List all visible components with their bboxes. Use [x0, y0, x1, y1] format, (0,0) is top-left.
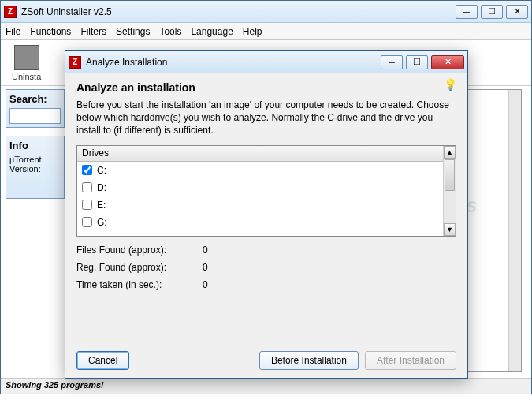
drive-row-c[interactable]: C:: [77, 162, 443, 179]
stat-reg: Reg. Found (approx): 0: [76, 262, 456, 273]
menu-functions[interactable]: Functions: [30, 26, 71, 37]
search-input[interactable]: [9, 108, 61, 124]
left-panel: Search: Info µTorrent Version:: [6, 89, 65, 207]
menu-filters[interactable]: Filters: [80, 26, 106, 37]
main-titlebar: Z ZSoft Uninstaller v2.5 ─ ☐ ✕: [1, 1, 531, 23]
stats-area: Files Found (approx): 0 Reg. Found (appr…: [76, 245, 456, 290]
scroll-up-arrow[interactable]: ▲: [444, 146, 456, 159]
dialog-minimize-button[interactable]: ─: [381, 55, 403, 69]
info-line2: Version:: [9, 164, 61, 174]
main-scrollbar[interactable]: [508, 90, 521, 371]
statusbar: Showing 325 programs!: [1, 378, 531, 394]
scroll-thumb[interactable]: [445, 159, 455, 191]
dialog-close-button[interactable]: ✕: [431, 55, 464, 69]
drives-listbox: Drives C: D: E: G:: [76, 145, 456, 237]
main-title: ZSoft Uninstaller v2.5: [21, 6, 456, 17]
toolbar-uninstall-label: Uninsta: [12, 72, 41, 81]
close-button[interactable]: ✕: [506, 5, 528, 19]
drive-checkbox-g[interactable]: [82, 217, 92, 227]
info-title: Info: [9, 140, 61, 151]
stat-time-label: Time taken (in sec.):: [76, 279, 203, 290]
dialog-heading: Analyze an installation: [76, 81, 456, 94]
dialog-app-icon: Z: [69, 56, 81, 69]
drive-row-d[interactable]: D:: [77, 179, 443, 196]
drive-row-g[interactable]: G:: [77, 214, 443, 231]
drive-checkbox-d[interactable]: [82, 182, 92, 192]
analyze-dialog: Z Analyze Installation ─ ☐ ✕ Analyze an …: [65, 50, 468, 379]
lightbulb-icon: [444, 78, 458, 92]
info-line1: µTorrent: [9, 155, 61, 164]
search-panel: Search:: [6, 89, 65, 128]
drive-checkbox-c[interactable]: [82, 165, 92, 175]
dialog-body: Analyze an installation Before you start…: [65, 73, 467, 378]
drives-scrollbar[interactable]: ▲ ▼: [443, 146, 456, 236]
before-installation-button[interactable]: Before Installation: [259, 351, 359, 370]
info-panel: Info µTorrent Version:: [6, 136, 65, 199]
menu-file[interactable]: File: [6, 26, 20, 37]
menu-settings[interactable]: Settings: [116, 26, 150, 37]
drive-label: D:: [97, 182, 106, 193]
stat-time: Time taken (in sec.): 0: [76, 279, 456, 290]
stat-reg-label: Reg. Found (approx):: [76, 262, 203, 273]
stat-reg-value: 0: [203, 262, 226, 273]
drive-label: C:: [97, 165, 106, 176]
main-menu: File Functions Filters Settings Tools La…: [1, 23, 531, 40]
menu-language[interactable]: Language: [191, 26, 233, 37]
menu-tools[interactable]: Tools: [159, 26, 181, 37]
dialog-titlebar: Z Analyze Installation ─ ☐ ✕: [65, 51, 467, 73]
drive-label: G:: [97, 217, 107, 228]
app-icon: Z: [4, 6, 17, 18]
menu-help[interactable]: Help: [243, 26, 262, 37]
drive-checkbox-e[interactable]: [82, 200, 92, 210]
minimize-button[interactable]: ─: [456, 5, 478, 19]
dialog-maximize-button[interactable]: ☐: [406, 55, 428, 69]
after-installation-button: After Installation: [365, 351, 456, 370]
cancel-button[interactable]: Cancel: [76, 351, 129, 370]
stat-files-label: Files Found (approx):: [76, 245, 203, 256]
drive-list: C: D: E: G:: [77, 162, 443, 236]
dialog-footer: Cancel Before Installation After Install…: [76, 351, 456, 370]
stat-files: Files Found (approx): 0: [76, 245, 456, 256]
drive-label: E:: [97, 200, 106, 211]
scroll-track[interactable]: [444, 192, 456, 223]
stat-time-value: 0: [203, 279, 226, 290]
scroll-down-arrow[interactable]: ▼: [444, 223, 456, 236]
search-title: Search:: [9, 93, 61, 105]
drives-header: Drives: [77, 146, 456, 162]
toolbar-uninstall-button[interactable]: Uninsta: [7, 43, 46, 83]
maximize-button[interactable]: ☐: [481, 5, 503, 19]
stat-files-value: 0: [203, 245, 226, 256]
drive-row-e[interactable]: E:: [77, 196, 443, 214]
dialog-title: Analyze Installation: [86, 57, 381, 68]
uninstall-icon: [14, 45, 39, 70]
dialog-description: Before you start the installation 'an im…: [76, 99, 456, 137]
